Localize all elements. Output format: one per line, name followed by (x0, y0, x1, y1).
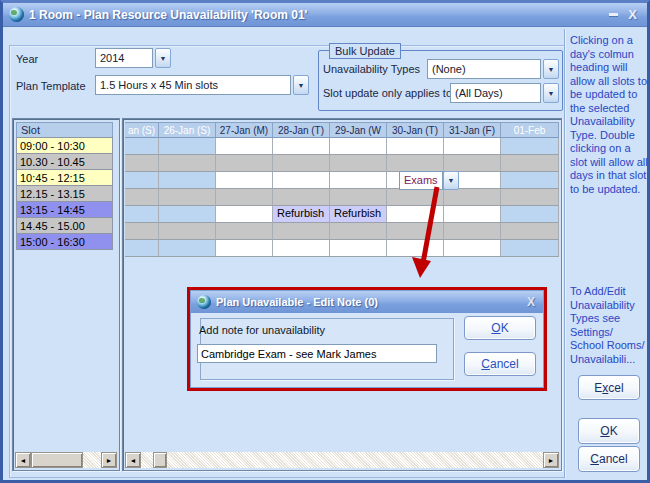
grid-cell[interactable] (273, 172, 330, 189)
grid-cell[interactable] (330, 138, 387, 155)
scrollbar-thumb[interactable] (153, 452, 167, 468)
grid-cell[interactable] (387, 155, 444, 172)
grid-cell[interactable] (501, 240, 559, 257)
grid-cell[interactable] (273, 223, 330, 240)
grid-cell[interactable] (273, 138, 330, 155)
grid-cell[interactable] (125, 223, 159, 240)
grid-cell[interactable] (387, 223, 444, 240)
grid-cell[interactable] (444, 206, 501, 223)
grid-cell[interactable] (216, 240, 273, 257)
chevron-down-icon[interactable]: ▼ (293, 75, 309, 95)
slot-pane-hscrollbar[interactable]: ◄ ► (15, 452, 117, 468)
plan-template-combobox[interactable]: 1.5 Hours x 45 Min slots ▼ (95, 75, 309, 95)
grid-cell[interactable] (125, 138, 159, 155)
chevron-down-icon[interactable]: ▼ (543, 83, 559, 103)
unavailability-types-value[interactable]: (None) (427, 59, 541, 79)
year-value[interactable]: 2014 (95, 48, 153, 68)
grid-cell[interactable] (216, 138, 273, 155)
grid-cell[interactable] (330, 240, 387, 257)
grid-cell[interactable] (387, 189, 444, 206)
grid-cell[interactable] (273, 240, 330, 257)
grid-cell[interactable] (444, 223, 501, 240)
grid-cell[interactable] (159, 206, 216, 223)
grid-cell[interactable] (330, 223, 387, 240)
day-column-header[interactable]: 28-Jan (T) (273, 122, 330, 138)
slot-label[interactable]: 13:15 - 14:45 (16, 201, 113, 218)
exams-cell-value[interactable]: Exams (399, 171, 443, 190)
refurbish-cell[interactable]: Refurbish (330, 206, 387, 223)
grid-pane-hscrollbar[interactable]: ◄ ► (125, 452, 559, 468)
slot-label[interactable]: 14.45 - 15.00 (16, 217, 113, 234)
grid-cell[interactable] (387, 206, 444, 223)
grid-cell[interactable] (125, 206, 159, 223)
cancel-button[interactable]: Cancel (578, 446, 640, 472)
grid-cell[interactable] (125, 240, 159, 257)
plan-template-value[interactable]: 1.5 Hours x 45 Min slots (95, 75, 291, 95)
day-column-header[interactable]: 31-Jan (F) (444, 122, 501, 138)
slot-update-combobox[interactable]: (All Days) ▼ (450, 83, 559, 103)
scroll-left-icon[interactable]: ◄ (125, 452, 141, 468)
grid-cell[interactable] (273, 155, 330, 172)
chevron-down-icon[interactable]: ▼ (443, 171, 459, 190)
grid-cell[interactable] (330, 172, 387, 189)
grid-cell[interactable] (273, 189, 330, 206)
slot-label[interactable]: 10:45 - 12:15 (16, 169, 113, 186)
minimize-icon[interactable] (609, 13, 618, 16)
grid-cell[interactable] (216, 189, 273, 206)
grid-cell[interactable]: Exams▼ (387, 172, 444, 189)
slot-update-value[interactable]: (All Days) (450, 83, 541, 103)
grid-cell[interactable] (330, 155, 387, 172)
grid-cell[interactable] (159, 223, 216, 240)
chevron-down-icon[interactable]: ▼ (543, 59, 559, 79)
grid-cell[interactable] (159, 155, 216, 172)
slot-label[interactable]: 09:00 - 10:30 (16, 137, 113, 154)
dialog-cancel-button[interactable]: Cancel (464, 352, 536, 376)
refurbish-cell[interactable]: Refurbish (273, 206, 330, 223)
scroll-right-icon[interactable]: ► (101, 452, 117, 468)
grid-cell[interactable] (125, 189, 159, 206)
grid-cell[interactable] (501, 172, 559, 189)
close-icon[interactable]: X (527, 295, 535, 309)
grid-cell[interactable] (216, 172, 273, 189)
grid-cell[interactable] (444, 240, 501, 257)
slot-label[interactable]: 12.15 - 13.15 (16, 185, 113, 202)
grid-cell[interactable] (501, 138, 559, 155)
day-column-header[interactable]: 27-Jan (M) (216, 122, 273, 138)
slot-label[interactable]: 10.30 - 10.45 (16, 153, 113, 170)
day-column-header[interactable]: 26-Jan (S) (159, 122, 216, 138)
grid-cell[interactable] (216, 223, 273, 240)
day-column-header[interactable]: 01-Feb (501, 122, 559, 138)
slot-label[interactable]: 15:00 - 16:30 (16, 233, 113, 250)
scrollbar-thumb[interactable] (31, 452, 83, 468)
grid-cell[interactable] (501, 189, 559, 206)
chevron-down-icon[interactable]: ▼ (155, 48, 171, 68)
year-combobox[interactable]: 2014 ▼ (95, 48, 171, 68)
dialog-ok-button[interactable]: OK (464, 316, 536, 340)
grid-cell[interactable] (125, 155, 159, 172)
grid-cell[interactable] (444, 189, 501, 206)
grid-cell[interactable] (159, 172, 216, 189)
scroll-right-icon[interactable]: ► (543, 452, 559, 468)
unavailability-type-combobox[interactable]: Exams▼ (399, 171, 459, 190)
grid-cell[interactable] (330, 189, 387, 206)
day-column-header[interactable]: 29-Jan (W (330, 122, 387, 138)
grid-cell[interactable] (159, 189, 216, 206)
grid-cell[interactable] (216, 155, 273, 172)
unavailability-types-combobox[interactable]: (None) ▼ (427, 59, 559, 79)
grid-cell[interactable] (387, 138, 444, 155)
grid-cell[interactable] (387, 240, 444, 257)
grid-cell[interactable] (125, 172, 159, 189)
grid-cell[interactable] (159, 138, 216, 155)
ok-button[interactable]: OK (578, 418, 640, 444)
scroll-left-icon[interactable]: ◄ (15, 452, 31, 468)
grid-cell[interactable] (159, 240, 216, 257)
grid-cell[interactable] (444, 155, 501, 172)
close-icon[interactable]: X (628, 8, 637, 21)
day-column-header[interactable]: 30-Jan (T) (387, 122, 444, 138)
grid-cell[interactable] (501, 155, 559, 172)
grid-cell[interactable] (501, 223, 559, 240)
grid-cell[interactable] (501, 206, 559, 223)
note-input[interactable] (197, 344, 437, 363)
grid-cell[interactable] (216, 206, 273, 223)
excel-button[interactable]: Excel (578, 375, 640, 400)
